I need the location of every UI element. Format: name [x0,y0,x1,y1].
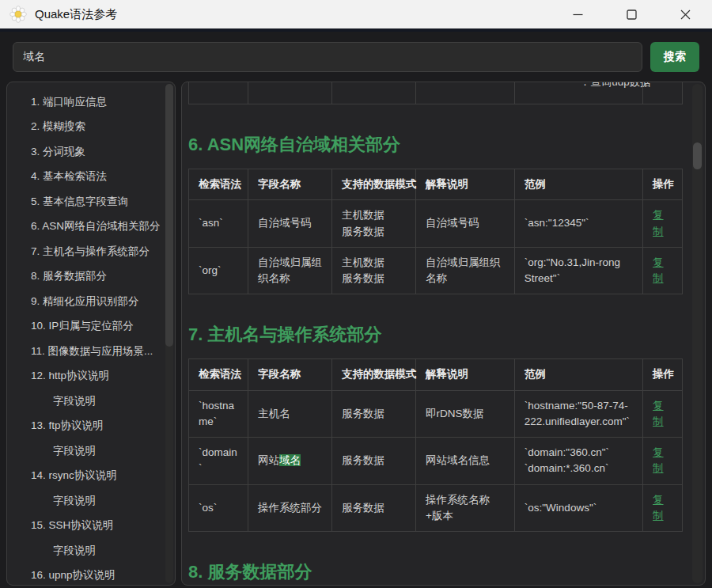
example-cell: `asn:"12345"` [514,200,642,248]
search-input[interactable] [13,42,642,72]
sidebar-item[interactable]: 2. 模糊搜索 [7,115,175,140]
sidebar: 1. 端口响应信息2. 模糊搜索3. 分词现象4. 基本检索语法5. 基本信息字… [6,82,176,586]
column-header: 字段名称 [248,359,331,390]
table-row: `org`自治域归属组织名称主机数据服务数据自治域归属组织名称`org:"No.… [189,247,683,294]
content-layout: 1. 端口响应信息2. 模糊搜索3. 分词现象4. 基本检索语法5. 基本信息字… [0,82,712,586]
sidebar-item[interactable]: 3. 分词现象 [7,139,175,165]
sidebar-item[interactable]: 6. ASN网络自治域相关部分 [7,214,175,240]
description-cell: 自治域号码 [416,200,515,248]
column-header: 支持的数据模式 [331,169,415,200]
minimize-button[interactable] [551,0,604,28]
syntax-cell: `org` [189,247,248,294]
column-header: 操作 [643,169,683,200]
data-mode-line: 服务数据 [342,271,406,286]
example-line: `asn:"12345"` [525,215,633,231]
column-header: 支持的数据模式 [331,359,415,390]
description-cell: 自治域归属组织名称 [416,247,515,294]
syntax-cell: `os` [189,484,248,532]
fragment-row: ：查询udp数据 [189,82,683,104]
daisy-flower-icon [9,6,27,23]
sidebar-item[interactable]: 字段说明 [7,389,175,414]
field-text: 主机名 [258,408,290,419]
field-text: 自治域号码 [258,217,312,229]
field-text: 网站 [258,454,279,466]
fragment-cell [331,82,415,104]
data-mode-line: 服务数据 [342,453,406,469]
field-name-cell: 自治域号码 [248,200,331,248]
sidebar-item[interactable]: 13. ftp协议说明 [7,414,175,439]
data-mode-line: 服务数据 [342,406,406,422]
sidebar-item[interactable]: 15. SSH协议说明 [7,514,175,539]
sidebar-item[interactable]: 1. 端口响应信息 [7,89,175,115]
example-cell: `org:"No.31,Jin-rong Street"` [514,247,642,294]
header-row: 检索语法字段名称支持的数据模式解释说明范例操作 [189,169,683,200]
fragment-note-cell: ：查询udp数据 [514,82,642,104]
copy-link[interactable]: 复制 [653,446,664,474]
main-scrollbar-track[interactable] [692,84,703,583]
example-line: `org:"No.31,Jin-rong Street"` [525,255,633,287]
sidebar-item[interactable]: 14. rsync协议说明 [7,464,175,489]
data-mode-cell: 服务数据 [331,438,415,485]
close-button[interactable] [658,0,712,28]
table-row: `domain`网站域名服务数据网站域名信息`domain:"360.cn"``… [189,438,683,485]
sidebar-item[interactable]: 字段说明 [7,438,175,464]
syntax-cell: `asn` [189,200,248,248]
column-header: 范例 [514,359,642,390]
example-cell: `os:"Windows"` [514,484,642,532]
data-mode-line: 服务数据 [342,224,406,240]
sidebar-scrollbar-thumb[interactable] [165,84,173,347]
copy-link[interactable]: 复制 [653,400,664,427]
header-row: 检索语法字段名称支持的数据模式解释说明范例操作 [189,359,683,390]
search-button[interactable]: 搜索 [650,42,699,72]
field-name-cell: 主机名 [248,390,331,438]
sidebar-item[interactable]: 10. IP归属与定位部分 [7,314,175,340]
sidebar-item[interactable]: 7. 主机名与操作系统部分 [7,239,175,264]
table-row: `hostname`主机名服务数据即rDNS数据`hostname:"50-87… [189,390,683,438]
search-term-highlight: 域名 [279,454,301,466]
copy-link[interactable]: 复制 [653,494,664,522]
data-mode-line: 主机数据 [342,207,406,223]
copy-link[interactable]: 复制 [653,256,664,284]
column-header: 解释说明 [416,169,515,200]
fragment-cell [248,82,331,104]
example-line: `os:"Windows"` [525,500,633,516]
copy-link[interactable]: 复制 [653,209,664,237]
section-title: 6. ASN网络自治域相关部分 [188,133,683,157]
action-cell: 复制 [643,484,683,532]
action-cell: 复制 [643,200,683,248]
action-cell: 复制 [643,390,683,438]
sidebar-scrollbar-track[interactable] [165,84,173,583]
sidebar-item[interactable]: 9. 精细化应用识别部分 [7,289,175,314]
field-text: 自治域归属组织名称 [258,256,322,284]
sidebar-item[interactable]: 12. http协议说明 [7,364,175,389]
sidebar-list: 1. 端口响应信息2. 模糊搜索3. 分词现象4. 基本检索语法5. 基本信息字… [7,82,175,586]
section-title: 8. 服务数据部分 [188,560,683,584]
sidebar-item[interactable]: 8. 服务数据部分 [7,264,175,290]
column-header: 检索语法 [189,169,248,200]
description-cell: 操作系统名称+版本 [416,484,515,532]
sections-container: 6. ASN网络自治域相关部分检索语法字段名称支持的数据模式解释说明范例操作`a… [188,133,683,586]
clipped-table-fragment: ：查询udp数据 [188,82,683,104]
caption-buttons [551,0,712,28]
action-cell: 复制 [643,247,683,294]
sidebar-item[interactable]: 4. 基本检索语法 [7,165,175,190]
column-header: 字段名称 [248,169,331,200]
fragment-note: ：查询udp数据 [580,82,651,88]
window-title: Quake语法参考 [35,7,117,22]
field-name-cell: 自治域归属组织名称 [248,247,331,294]
syntax-cell: `domain` [189,438,248,485]
sidebar-item[interactable]: 16. upnp协议说明 [7,563,175,586]
column-header: 检索语法 [189,359,248,390]
reference-table: 检索语法字段名称支持的数据模式解释说明范例操作`asn`自治域号码主机数据服务数… [188,169,683,294]
syntax-cell: `hostname` [189,390,248,438]
main-scrollbar-thumb[interactable] [693,142,702,169]
example-line: `domain:"360.cn"` [525,445,633,461]
sidebar-item[interactable]: 字段说明 [7,488,175,514]
data-mode-cell: 主机数据服务数据 [331,247,415,294]
field-name-cell: 操作系统部分 [248,484,331,532]
sidebar-item[interactable]: 5. 基本信息字段查询 [7,189,175,214]
sidebar-item[interactable]: 字段说明 [7,538,175,563]
column-header: 范例 [514,169,642,200]
maximize-button[interactable] [604,0,658,28]
sidebar-item[interactable]: 11. 图像数据与应用场景... [7,339,175,364]
